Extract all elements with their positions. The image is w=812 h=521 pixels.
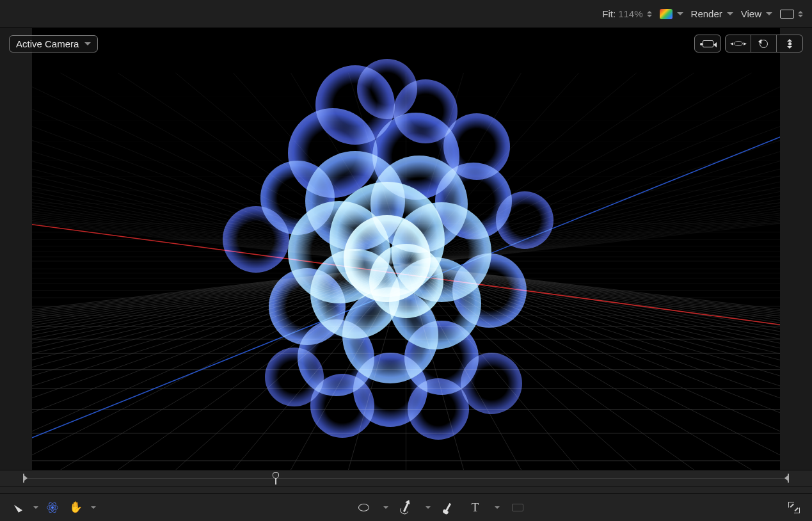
camera-toggle-group [694,35,721,52]
pan-tool-menu[interactable] [91,506,96,509]
particle-sphere [461,353,522,414]
chevron-down-icon [84,42,91,45]
chevron-down-icon [677,12,683,15]
3d-transform-tool[interactable] [44,499,61,517]
atom-orbit-icon [47,502,58,513]
chevron-down-icon [727,12,733,15]
fit-value: 114% [618,8,642,19]
out-point-marker[interactable] [788,474,789,483]
playhead[interactable] [273,472,279,485]
rect-mask-icon [512,504,523,511]
text-icon: T [472,501,479,515]
stepper-icon [798,11,803,17]
canvas-viewport[interactable] [32,28,780,470]
stepper-icon [647,11,652,17]
tools-toolbar: ✋ T [0,493,812,521]
bezier-tool[interactable] [397,499,415,517]
particle-sphere [496,191,553,249]
particle-emitter-preview [32,28,780,470]
hand-icon: ✋ [69,502,83,513]
shape-tool-menu[interactable] [383,506,388,509]
fit-zoom-control[interactable]: Fit: 114% [602,8,651,19]
view-transform-group [725,35,803,52]
pen-curve-icon [403,502,409,512]
camera-selector-label: Active Camera [16,38,79,49]
bezier-tool-menu[interactable] [426,506,431,509]
view-menu[interactable]: View [741,8,772,19]
viewer-top-toolbar: Fit: 114% Render View [0,0,812,28]
brush-icon [445,503,451,511]
chevron-down-icon [766,12,772,15]
aspect-ratio-menu[interactable] [780,10,803,19]
pan-orbit-button[interactable] [726,35,751,52]
select-tool-menu[interactable] [33,506,38,509]
particle-sphere [408,378,469,440]
paint-tool[interactable] [440,499,458,517]
camera-selector[interactable]: Active Camera [9,35,98,52]
dolly-icon [788,39,791,49]
canvas-overlay-controls: Active Camera [9,35,803,52]
fullscreen-button[interactable] [785,499,803,517]
mask-tool[interactable] [509,499,527,517]
mini-timeline[interactable] [0,470,812,486]
particle-sphere [265,348,324,406]
camera-icon [703,40,713,47]
select-tool[interactable] [9,499,27,517]
particle-sphere [223,206,289,273]
render-label: Render [691,8,722,19]
pointer-icon [13,502,22,513]
view-label: View [741,8,761,19]
shape-tool[interactable] [355,499,373,517]
render-menu[interactable]: Render [691,8,733,19]
pan-tool[interactable]: ✋ [67,499,84,517]
track-line [23,478,789,479]
in-point-marker[interactable] [23,474,24,483]
reset-view-button[interactable] [751,35,777,52]
dolly-button[interactable] [777,35,802,52]
fit-label: Fit: [602,8,616,19]
expand-icon [788,502,800,513]
particle-sphere [452,253,527,328]
toolbar-divider [0,486,812,493]
aspect-rect-icon [780,10,794,19]
color-channels-menu[interactable] [660,9,683,19]
text-tool[interactable]: T [466,499,484,517]
orbit-icon [734,41,743,46]
canvas-area: Active Camera [0,28,812,470]
set-camera-button[interactable] [695,35,720,52]
text-tool-menu[interactable] [495,506,500,509]
ellipse-icon [358,504,369,511]
view-nav-cluster [694,35,803,52]
color-wheel-icon [660,9,673,19]
reset-icon [760,40,768,48]
